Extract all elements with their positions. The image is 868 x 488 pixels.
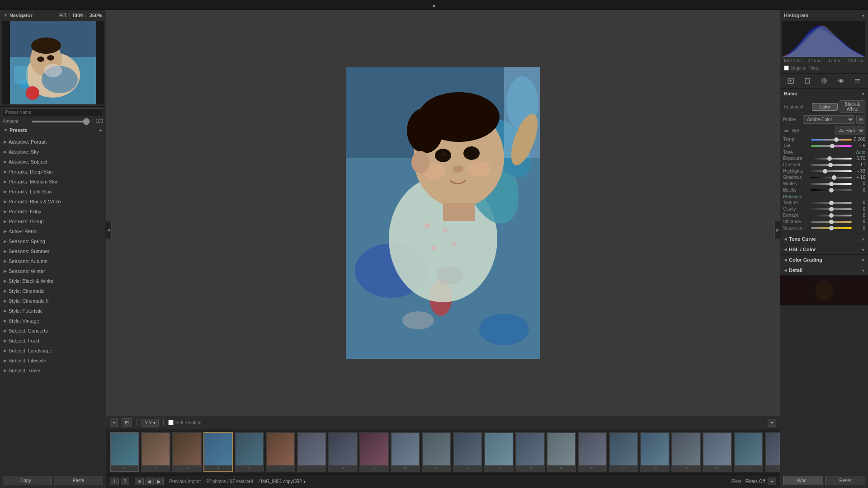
blacks-slider[interactable] (811, 189, 852, 191)
fit-btn[interactable]: FIT (59, 13, 67, 18)
film-thumb-21[interactable]: 21 (734, 432, 763, 472)
color-grading-section[interactable]: ◀ Color Grading ▾ (780, 255, 868, 265)
profile-select[interactable]: Adobe Color Adobe Standard Adobe Vivid (803, 115, 854, 124)
profile-grid-btn[interactable]: ⊞ (856, 115, 865, 124)
reset-button[interactable]: Reset (825, 476, 865, 485)
preset-portraits-medium-skin[interactable]: ▶Portraits: Medium Skin (0, 178, 106, 186)
film-thumb-4[interactable]: 4 (203, 432, 233, 472)
film-thumb-18[interactable]: 18 (640, 432, 670, 472)
film-thumb-14[interactable]: 14 (515, 432, 545, 472)
preset-seasons-winter[interactable]: ▶Seasons: Winter (0, 267, 106, 275)
film-thumb-6[interactable]: 6 (266, 432, 295, 472)
bw-treatment-btn[interactable]: Black & White (840, 100, 865, 113)
preset-portraits-deep-skin[interactable]: ▶Portraits: Deep Skin (0, 168, 106, 176)
soft-proofing-checkbox[interactable] (168, 420, 174, 425)
navigator-thumbnail[interactable] (2, 21, 104, 104)
copy-button[interactable]: Copy... (3, 476, 52, 485)
preset-seasons-summer[interactable]: ▶Seasons: Summer (0, 247, 106, 255)
detail-expand-btn[interactable]: ▾ (862, 268, 864, 273)
preset-seasons-spring[interactable]: ▶Seasons: Spring (0, 237, 106, 245)
tone-auto-btn[interactable]: Auto (856, 150, 865, 155)
develop-settings-icon[interactable] (785, 75, 796, 86)
red-eye-icon[interactable] (835, 75, 846, 86)
preset-seasons-autumn[interactable]: ▶Seasons: Autumn (0, 257, 106, 265)
presets-collapse-arrow[interactable]: ▼ (4, 128, 8, 132)
nav-prev-btn[interactable]: ◀ (145, 478, 154, 485)
preset-adaptive-sky[interactable]: ▶ Adaptive: Sky (0, 148, 106, 156)
amount-slider[interactable] (32, 121, 90, 122)
single-view-btn[interactable]: ▪ (110, 418, 118, 427)
paste-button[interactable]: Paste (54, 476, 103, 485)
film-thumb-3[interactable]: 3 (172, 432, 202, 472)
filter-value[interactable]: Filters Off (745, 479, 765, 484)
wb-select[interactable]: As Shot Auto Daylight Cloudy Custom (835, 127, 865, 135)
tone-curve-section[interactable]: ◀ Tone Curve ▾ (780, 234, 868, 244)
film-thumb-11[interactable]: 11 (422, 432, 451, 472)
film-thumb-19[interactable]: 19 (671, 432, 701, 472)
dehaze-thumb[interactable] (829, 213, 834, 218)
film-thumb-5[interactable]: 5 (235, 432, 264, 472)
preset-portraits-bw[interactable]: ▶Portraits: Black & White (0, 197, 106, 206)
right-panel-collapse-btn[interactable]: ▶ (774, 221, 781, 239)
navigator-collapse-arrow[interactable]: ▼ (4, 13, 8, 18)
histogram-expand-btn[interactable]: ▾ (862, 13, 864, 18)
contrast-thumb[interactable] (828, 163, 833, 167)
graduated-filter-icon[interactable] (852, 75, 863, 86)
film-thumb-15[interactable]: 15 (547, 432, 576, 472)
contrast-slider[interactable] (811, 164, 852, 166)
film-thumb-1[interactable]: 1 (110, 432, 139, 472)
film-thumb-10[interactable]: 10 (391, 432, 420, 472)
film-thumb-20[interactable]: 20 (703, 432, 732, 472)
tint-thumb[interactable] (830, 144, 835, 148)
filter-toggle-btn[interactable]: ▾ (768, 478, 776, 485)
crop-overlay-icon[interactable] (802, 75, 813, 86)
vibrance-slider[interactable] (811, 221, 852, 223)
dehaze-slider[interactable] (811, 215, 852, 216)
exposure-slider[interactable] (811, 158, 852, 160)
saturation-thumb[interactable] (829, 226, 834, 230)
exposure-thumb[interactable] (827, 156, 832, 161)
saturation-slider[interactable] (811, 227, 852, 229)
preset-style-vintage[interactable]: ▶Style: Vintage (0, 317, 106, 325)
preset-style-cinematic[interactable]: ▶Style: Cinematic (0, 287, 106, 295)
left-panel-collapse-btn[interactable]: ◀ (105, 221, 112, 239)
tint-slider[interactable] (811, 145, 852, 147)
preset-portraits-group[interactable]: ▶Portraits: Group (0, 217, 106, 225)
page-2-btn[interactable]: 2 (121, 478, 130, 485)
preset-style-cinematic2[interactable]: ▶Style: Cinematic II (0, 297, 106, 305)
photo-viewport[interactable] (106, 10, 780, 416)
grid-btn-main[interactable]: ⊞ (135, 478, 144, 485)
preset-style-futuristic[interactable]: ▶Style: Futuristic (0, 307, 106, 315)
preset-subject-lifestyle[interactable]: ▶Subject: Lifestyle (0, 357, 106, 365)
vibrance-thumb[interactable] (829, 220, 834, 224)
wb-eyedropper-icon[interactable]: ✏ (783, 127, 790, 135)
film-thumb-13[interactable]: 13 (484, 432, 514, 472)
page-1-btn[interactable]: 1 (110, 478, 119, 485)
preset-subject-travel[interactable]: ▶Subject: Travel (0, 366, 106, 375)
shadows-thumb[interactable] (832, 175, 836, 180)
grid-view-btn[interactable]: ⊞ (122, 418, 132, 427)
zoom1-btn[interactable]: 100% (72, 13, 85, 18)
preset-portraits-light-skin[interactable]: ▶Portraits: Light Skin (0, 188, 106, 196)
preset-subject-landscape[interactable]: ▶Subject: Landscape (0, 347, 106, 355)
film-thumb-8[interactable]: 8 (328, 432, 358, 472)
whites-slider[interactable] (811, 183, 852, 185)
preset-style-bw[interactable]: ▶Style: Black & White (0, 277, 106, 285)
temp-thumb[interactable] (834, 137, 839, 142)
preset-adaptive-subject[interactable]: ▶ Adaptive: Subject (0, 158, 106, 166)
nav-next-btn[interactable]: ▶ (155, 478, 164, 485)
highlights-slider[interactable] (811, 170, 852, 172)
color-grading-expand-btn[interactable]: ▾ (862, 258, 864, 263)
detail-section-header[interactable]: ◀ Detail ▾ (780, 265, 868, 276)
clarity-thumb[interactable] (829, 207, 834, 211)
healing-brush-icon[interactable] (819, 75, 830, 86)
sync-button[interactable]: Sync... (783, 476, 823, 485)
preset-auto-retro[interactable]: ▶Auto+: Retro (0, 227, 106, 235)
filmstrip-toggle-btn[interactable]: ▾ (768, 419, 776, 427)
film-thumb-17[interactable]: 17 (609, 432, 638, 472)
hsl-expand-btn[interactable]: ▾ (862, 247, 864, 252)
flag-options-btn[interactable]: Y Y ▾ (142, 419, 158, 427)
film-thumb-7[interactable]: 7 (297, 432, 326, 472)
temp-slider[interactable] (811, 139, 852, 141)
film-thumb-9[interactable]: 9 (359, 432, 389, 472)
